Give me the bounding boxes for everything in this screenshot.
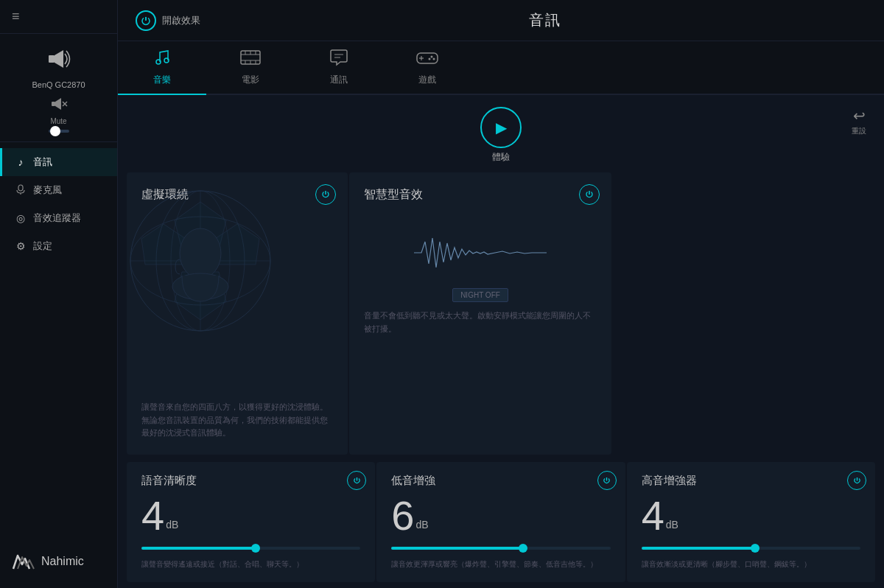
music-tab-icon — [153, 49, 171, 71]
sidebar-item-tracker[interactable]: ◎ 音效追蹤器 — [0, 204, 117, 232]
sidebar-item-tracker-label: 音效追蹤器 — [33, 211, 81, 225]
mute-label: Mute — [50, 117, 66, 125]
header: 開啟效果 音訊 — [118, 0, 884, 41]
sidebar-item-settings-label: 設定 — [33, 239, 52, 253]
svg-marker-1 — [55, 50, 63, 68]
bass-boost-title: 低音增強 — [391, 474, 610, 488]
voice-clarity-power-button[interactable] — [347, 471, 366, 490]
sidebar-top: ≡ — [0, 0, 117, 34]
bass-boost-power-button[interactable] — [597, 471, 617, 490]
tab-music[interactable]: 音樂 — [118, 41, 206, 95]
treble-boost-value: 4 dB — [642, 495, 860, 536]
movie-tab-icon — [240, 49, 261, 71]
bass-boost-value: 6 dB — [391, 495, 610, 536]
svg-marker-3 — [55, 98, 61, 110]
bass-boost-desc: 讓音效更渾厚或響亮（爆炸聲、引擎聲、節奏、低音吉他等。） — [391, 559, 610, 570]
surround-desc: 讓聲音來自您的四面八方，以獲得更好的沈浸體驗。無論您音訊裝置的品質為何，我們的技… — [141, 395, 333, 440]
sidebar-item-audio[interactable]: ♪ 音訊 — [0, 148, 117, 176]
preview-row: ▶ 體驗 ↩ 重設 — [118, 95, 884, 167]
page-title: 音訊 — [224, 10, 866, 30]
chat-tab-icon — [329, 49, 348, 71]
preview-circle: ▶ — [480, 107, 522, 148]
svg-rect-0 — [49, 55, 55, 63]
settings-icon: ⚙ — [14, 240, 27, 252]
treble-boost-card: 高音增強器 4 dB 讓音效漸淡或更清晰（腳步聲、口哨聲、鋼鈸等。） — [627, 462, 875, 582]
voice-clarity-unit: dB — [166, 519, 178, 531]
mute-icon — [50, 95, 68, 117]
smart-sound-title: 智慧型音效 — [364, 187, 597, 203]
preview-button[interactable]: ▶ 體驗 — [480, 107, 522, 164]
reset-button[interactable]: ↩ 重設 — [852, 107, 866, 136]
voice-clarity-value: 4 dB — [141, 495, 360, 536]
surround-power-button[interactable] — [315, 184, 336, 205]
content: ▶ 體驗 ↩ 重設 虛擬環繞 — [118, 95, 884, 588]
waveform — [364, 223, 597, 282]
treble-boost-slider[interactable] — [642, 547, 860, 550]
startup-effect[interactable]: 開啟效果 — [136, 10, 200, 31]
tab-movie-label: 電影 — [242, 74, 259, 86]
mute-button[interactable]: Mute — [49, 95, 69, 133]
sidebar-item-settings[interactable]: ⚙ 設定 — [0, 232, 117, 260]
preview-label: 體驗 — [492, 151, 510, 164]
tab-game[interactable]: 遊戲 — [383, 41, 471, 95]
nahimic-text: Nahimic — [41, 555, 84, 568]
bass-boost-slider[interactable] — [391, 547, 610, 550]
smart-sound-card: 智慧型音效 NIGHT OFF 音量不會低到聽不見或太大聲。啟動安靜模式能讓您周… — [349, 172, 611, 455]
reset-label: 重設 — [852, 126, 866, 136]
bass-boost-unit: dB — [415, 519, 428, 531]
mic-icon — [14, 184, 27, 197]
treble-boost-title: 高音增強器 — [642, 474, 860, 488]
treble-boost-desc: 讓音效漸淡或更清晰（腳步聲、口哨聲、鋼鈸等。） — [642, 559, 860, 570]
smart-sound-desc: 音量不會低到聽不見或太大聲。啟動安靜模式能讓您周圍的人不被打擾。 — [364, 309, 597, 335]
sidebar-item-mic[interactable]: 麥克風 — [0, 176, 117, 204]
voice-clarity-title: 語音清晰度 — [141, 474, 360, 488]
nav-items: ♪ 音訊 麥克風 ◎ 音效追蹤器 ⚙ 設定 — [0, 142, 117, 535]
tabs: 音樂 電影 — [118, 41, 884, 95]
game-tab-icon — [415, 49, 439, 71]
treble-boost-number: 4 — [642, 495, 664, 536]
tab-chat-label: 通訊 — [330, 74, 348, 86]
sidebar-item-mic-label: 麥克風 — [33, 183, 62, 197]
tab-music-label: 音樂 — [153, 74, 171, 86]
surround-visual — [119, 180, 281, 342]
device-panel: BenQ GC2870 Mute — [0, 34, 117, 142]
sidebar: ≡ BenQ GC2870 Mute — [0, 0, 118, 588]
nahimic-mark — [12, 550, 35, 573]
main-content: 開啟效果 音訊 音樂 — [118, 0, 884, 588]
sidebar-item-audio-label: 音訊 — [33, 155, 52, 169]
bass-boost-number: 6 — [391, 495, 414, 536]
tab-game-label: 遊戲 — [418, 74, 436, 86]
svg-point-26 — [429, 58, 431, 60]
voice-clarity-card: 語音清晰度 4 dB 讓聲音變得遙遠或接近（對話、合唱、聊天等。） — [127, 462, 375, 582]
tracker-icon: ◎ — [14, 212, 27, 224]
bass-boost-card: 低音增強 6 dB 讓音效更渾厚或響亮（爆炸聲、引擎聲、節奏、低音吉他等。） — [376, 462, 625, 582]
voice-clarity-number: 4 — [141, 495, 164, 536]
svg-point-25 — [433, 58, 435, 60]
svg-rect-6 — [18, 185, 23, 191]
night-badge: NIGHT OFF — [452, 288, 508, 302]
upper-cards: 虛擬環繞 讓聲音來自您的四面八方，以獲得更好的沈浸體驗。無論您音訊裝置的品質為何… — [118, 167, 884, 461]
tab-movie[interactable]: 電影 — [206, 41, 295, 95]
startup-power-icon — [136, 10, 156, 31]
voice-clarity-desc: 讓聲音變得遙遠或接近（對話、合唱、聊天等。） — [141, 559, 360, 570]
voice-clarity-slider[interactable] — [141, 547, 360, 550]
svg-point-24 — [431, 56, 433, 58]
speaker-icon — [46, 46, 72, 77]
mute-slider[interactable] — [49, 130, 69, 133]
tab-chat[interactable]: 通訊 — [295, 41, 383, 95]
reset-icon: ↩ — [853, 107, 866, 125]
nahimic-logo: Nahimic — [0, 535, 117, 588]
treble-boost-unit: dB — [666, 519, 678, 531]
device-name: BenQ GC2870 — [32, 80, 85, 89]
hamburger-icon[interactable]: ≡ — [12, 9, 20, 24]
audio-icon: ♪ — [14, 156, 27, 168]
svg-point-37 — [180, 228, 221, 279]
surround-card: 虛擬環繞 讓聲音來自您的四面八方，以獲得更好的沈浸體驗。無論您音訊裝置的品質為何… — [127, 172, 348, 455]
svg-rect-2 — [52, 102, 55, 106]
smart-sound-power-button[interactable] — [579, 184, 600, 205]
startup-label: 開啟效果 — [162, 14, 200, 27]
treble-boost-power-button[interactable] — [847, 471, 866, 490]
play-icon: ▶ — [496, 119, 507, 136]
bottom-cards: 語音清晰度 4 dB 讓聲音變得遙遠或接近（對話、合唱、聊天等。） — [118, 461, 884, 588]
